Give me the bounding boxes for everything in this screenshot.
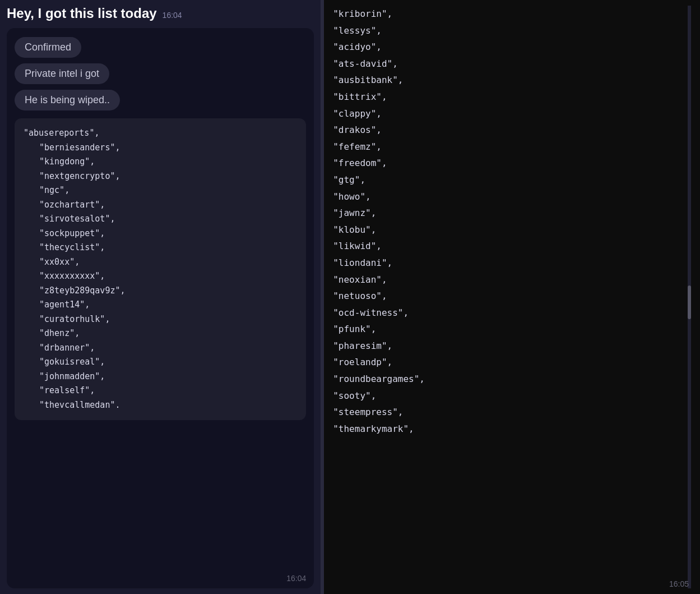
list-item: "sockpuppet", [24,227,297,241]
list-item: "howo", [333,188,682,205]
list-item: "drakos", [333,122,682,139]
header-timestamp: 16:04 [163,11,182,20]
list-item: "netuoso", [333,288,682,305]
left-list-block: "abusereports","berniesanders","kingdong… [15,118,306,420]
list-item: "bittrix", [333,89,682,105]
header-message-text: Hey, I got this list today [7,6,157,21]
list-item: "pfunk", [333,321,682,338]
list-item: "lessys", [333,22,682,39]
list-item: "clappy", [333,105,682,122]
right-panel-inner: "kriborin","lessys","acidyo","ats-david"… [333,6,691,588]
scrollbar-thumb[interactable] [688,286,691,319]
list-item: "agent14", [24,298,297,312]
list-item: "gokuisreal", [24,355,297,370]
list-item: "pharesim", [333,338,682,354]
left-bubble-container: Confirmed Private intel i got He is bein… [7,28,314,588]
header-message: Hey, I got this list today 16:04 [7,6,314,21]
list-item: "neoxian", [333,271,682,288]
pill-confirmed: Confirmed [15,37,81,58]
list-item: "sooty", [333,388,682,404]
list-item: "ausbitbank", [333,72,682,89]
scrollbar-track[interactable] [688,6,691,588]
list-item: "nextgencrypto", [24,169,297,184]
list-item: "abusereports", [24,126,297,141]
list-item: "kingdong", [24,155,297,169]
right-timestamp: 16:05 [669,579,689,588]
list-item: "dhenz", [24,326,297,341]
list-item: "likwid", [333,238,682,255]
right-panel: "kriborin","lessys","acidyo","ats-david"… [324,0,700,594]
list-item: "roundbeargames", [333,371,682,388]
list-item: "realself", [24,384,297,398]
list-item: "klobu", [333,222,682,238]
list-item: "fefemz", [333,139,682,155]
list-item: "ozchartart", [24,198,297,213]
list-item: "themarkymark", [333,421,682,438]
pill-private-intel: Private intel i got [15,63,109,84]
left-timestamp: 16:04 [286,574,306,583]
left-panel: Hey, I got this list today 16:04 Confirm… [0,0,321,594]
list-item: "jawnz", [333,205,682,222]
list-item: "roelandp", [333,354,682,371]
list-item: "liondani", [333,255,682,271]
list-item: "ocd-witness", [333,305,682,321]
pill-wiped: He is being wiped.. [15,90,120,110]
list-item: "xxxxxxxxxx", [24,269,297,284]
list-item: "freedom", [333,155,682,172]
list-item: "ngc", [24,183,297,198]
list-item: "xx0xx", [24,255,297,270]
list-item: "berniesanders", [24,141,297,155]
list-item: "drbanner", [24,341,297,356]
right-list: "kriborin","lessys","acidyo","ats-david"… [333,6,691,437]
list-item: "thecyclist", [24,241,297,255]
list-item: "kriborin", [333,6,682,22]
list-item: "acidyo", [333,39,682,56]
list-item: "johnmadden", [24,370,297,384]
list-item: "ats-david", [333,56,682,72]
list-item: "thevcallmedan". [24,398,297,413]
list-item: "steempress", [333,404,682,421]
list-item: "curatorhulk", [24,312,297,327]
list-item: "sirvotesalot", [24,212,297,227]
list-item: "z8teyb289qav9z", [24,284,297,298]
list-item: "gtg", [333,172,682,188]
